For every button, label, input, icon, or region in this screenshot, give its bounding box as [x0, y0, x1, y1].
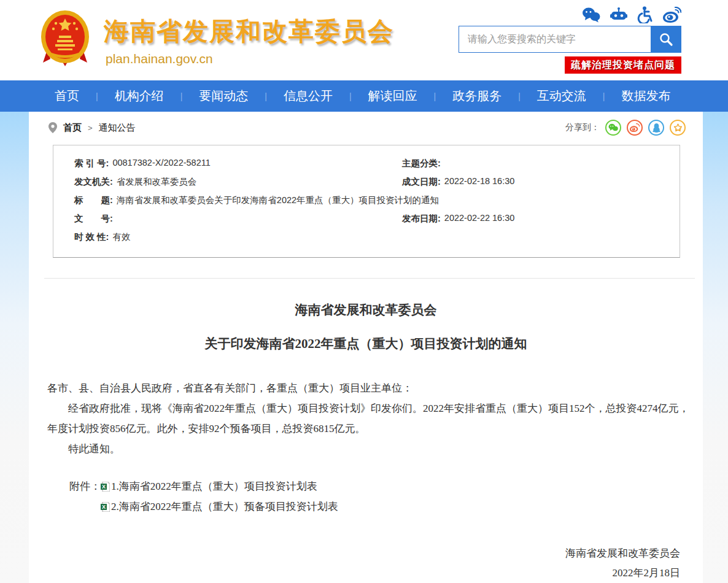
meta-doc-no-label: 文 号:	[74, 213, 113, 225]
qzone-share-icon[interactable]	[670, 120, 686, 136]
accessibility-icon[interactable]	[637, 6, 653, 23]
paragraph-main: 经省政府批准，现将《海南省2022年重点（重大）项目投资计划》印发你们。2022…	[47, 398, 694, 439]
main-nav: 首页 | 机构介绍 | 要闻动态 | 信息公开 | 解读回应 | 政务服务 | …	[0, 80, 728, 112]
svg-text:X: X	[102, 504, 106, 510]
meta-publish-date-label: 发布日期:	[402, 213, 441, 225]
content-card: 首页 > 通知公告 分享到：	[29, 112, 703, 583]
page-background: 首页 > 通知公告 分享到：	[0, 112, 728, 583]
svg-text:X: X	[102, 484, 106, 490]
wechat-icon[interactable]	[582, 7, 600, 23]
search-button[interactable]	[651, 26, 681, 53]
qq-share-icon[interactable]	[648, 120, 664, 136]
document-title-line2: 关于印发海南省2022年重点（重大）项目投资计划的通知	[29, 335, 703, 352]
nav-item-interaction[interactable]: 互动交流	[521, 88, 603, 104]
attachment-link-1[interactable]: X 1.海南省2022年重点（重大）项目投资计划表	[101, 476, 338, 496]
document-body: 各市、县、自治县人民政府，省直各有关部门，各重点（重大）项目业主单位： 经省政府…	[47, 378, 694, 459]
meta-written-date-value: 2022-02-18 16:30	[444, 176, 515, 188]
meta-index-label: 索 引 号:	[74, 158, 109, 169]
meta-validity-value: 有效	[112, 231, 130, 243]
weibo-share-icon[interactable]	[627, 120, 643, 136]
paragraph-salutation: 各市、县、自治县人民政府，省直各有关部门，各重点（重大）项目业主单位：	[47, 378, 694, 398]
promo-banner[interactable]: 疏解治理投资堵点问题	[565, 56, 681, 74]
document-meta-box: 索 引 号: 00817382-X/2022-58211 主题分类: 发文机关:…	[53, 145, 680, 258]
attachment-link-2-label: 2.海南省2022年重点（重大）预备项目投资计划表	[111, 496, 338, 517]
search-bar	[459, 26, 681, 53]
document-content: 海南省发展和改革委员会 关于印发海南省2022年重点（重大）项目投资计划的通知 …	[29, 301, 703, 517]
meta-index-value: 00817382-X/2022-58211	[112, 158, 210, 169]
site-url: plan.hainan.gov.cn	[106, 52, 213, 66]
meta-topic-label: 主题分类:	[402, 158, 441, 169]
site-header: 海南省发展和改革委员会 plan.hainan.gov.cn	[0, 0, 728, 80]
site-title: 海南省发展和改革委员会	[104, 15, 394, 48]
meta-issuer-label: 发文机关:	[74, 176, 113, 188]
share-label: 分享到：	[565, 122, 600, 133]
breadcrumb-row: 首页 > 通知公告 分享到：	[29, 112, 703, 136]
breadcrumb-separator: >	[88, 123, 93, 133]
breadcrumb: 首页 > 通知公告	[48, 122, 136, 134]
signature-org: 海南省发展和改革委员会	[565, 544, 680, 563]
meta-validity-label: 时 效 性:	[74, 231, 109, 243]
excel-file-icon: X	[101, 482, 110, 492]
document-signature: 海南省发展和改革委员会 2022年2月18日	[565, 544, 680, 583]
attachments-label: 附件：	[69, 476, 101, 517]
breadcrumb-home[interactable]: 首页	[63, 122, 82, 134]
search-input[interactable]	[459, 26, 651, 52]
weibo-icon[interactable]	[663, 7, 681, 23]
breadcrumb-current[interactable]: 通知公告	[99, 122, 136, 134]
location-pin-icon	[48, 122, 57, 133]
excel-file-icon: X	[101, 502, 110, 512]
nav-item-about[interactable]: 机构介绍	[98, 88, 180, 104]
meta-title-label: 标 题:	[74, 195, 113, 206]
attachment-link-1-label: 1.海南省2022年重点（重大）项目投资计划表	[111, 476, 317, 496]
nav-item-news[interactable]: 要闻动态	[182, 88, 265, 104]
attachment-link-2[interactable]: X 2.海南省2022年重点（重大）预备项目投资计划表	[101, 496, 338, 517]
signature-date: 2022年2月18日	[565, 563, 680, 583]
wechat-share-icon[interactable]	[605, 120, 621, 136]
section-divider	[44, 278, 695, 279]
share-bar: 分享到：	[565, 120, 686, 136]
nav-item-services[interactable]: 政务服务	[436, 88, 518, 104]
meta-publish-date-value: 2022-02-22 16:30	[444, 213, 515, 225]
paragraph-closing: 特此通知。	[47, 439, 694, 459]
search-icon	[659, 32, 673, 47]
national-emblem-logo	[39, 10, 91, 66]
document-title-line1: 海南省发展和改革委员会	[29, 301, 703, 319]
nav-item-interpretation[interactable]: 解读回应	[352, 88, 434, 104]
robot-icon[interactable]	[610, 7, 627, 23]
quick-icons	[582, 6, 681, 23]
meta-issuer-value: 省发展和改革委员会	[117, 176, 197, 188]
meta-written-date-label: 成文日期:	[402, 176, 441, 188]
attachments-section: 附件： X 1.海南省2022年重点（重大）项目投资计划表	[69, 476, 703, 517]
nav-item-data[interactable]: 数据发布	[605, 88, 687, 104]
nav-item-home[interactable]: 首页	[38, 88, 96, 104]
nav-item-info-disclosure[interactable]: 信息公开	[267, 88, 349, 104]
meta-title-value: 海南省发展和改革委员会关于印发海南省2022年重点（重大）项目投资计划的通知	[117, 195, 439, 206]
